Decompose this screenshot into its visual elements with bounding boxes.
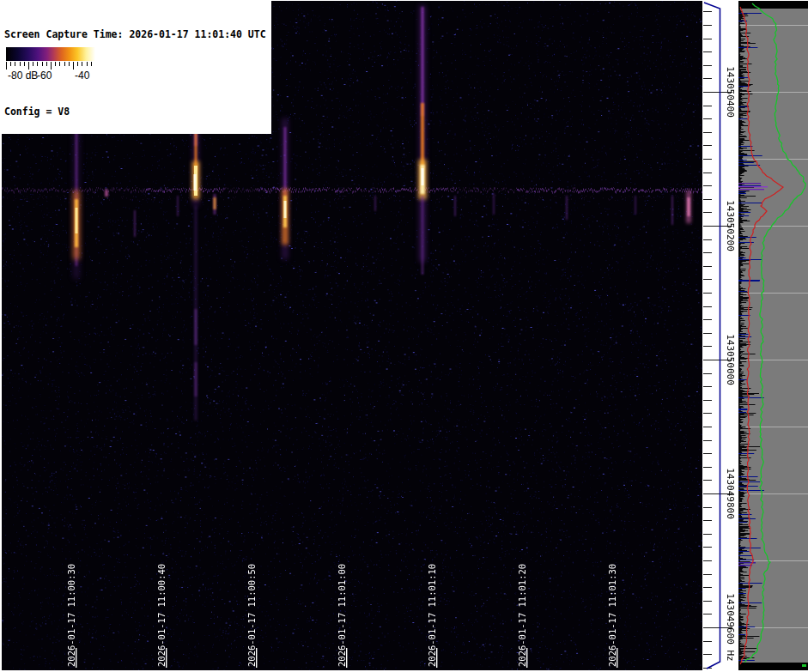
freq-axis-label: 143050400 (725, 66, 736, 118)
colorbar-label: -80 dB (8, 70, 38, 82)
freq-axis-label: 143049600 Hz (725, 593, 736, 661)
time-axis-label: 2026-01-17 11:01:20 (517, 564, 528, 667)
capture-config-text: Config = V8 (4, 106, 266, 118)
color-scale-legend: -80 dB-60-40 (4, 45, 97, 84)
time-axis-label: 2026-01-17 11:01:30 (607, 564, 618, 667)
time-axis-label: 2026-01-17 11:00:50 (246, 564, 258, 667)
colorbar-tick-ruler (6, 62, 95, 70)
colorbar-labels: -80 dB-60-40 (6, 70, 97, 83)
time-axis-label: 2026-01-17 11:01:00 (337, 564, 348, 667)
freq-axis-label: 143050200 (725, 200, 736, 251)
freq-axis-label: 143049800 (725, 468, 736, 519)
capture-time-text: Screen Capture Time: 2026-01-17 11:01:40… (4, 28, 266, 41)
time-axis-label: 2026-01-17 11:00:40 (156, 564, 167, 667)
freq-axis-label: 143050000 (725, 334, 736, 385)
colorbar-label: -40 (75, 70, 89, 82)
spectrum-lab-screen-capture: { "overlay": { "line1": "Screen Capture … (0, 0, 808, 672)
time-axis-label: 2026-01-17 11:01:10 (427, 564, 438, 667)
time-axis-label: 2026-01-17 11:00:30 (66, 564, 77, 667)
colorbar-label: -60 (37, 70, 52, 82)
colorbar-gradient (6, 47, 95, 61)
